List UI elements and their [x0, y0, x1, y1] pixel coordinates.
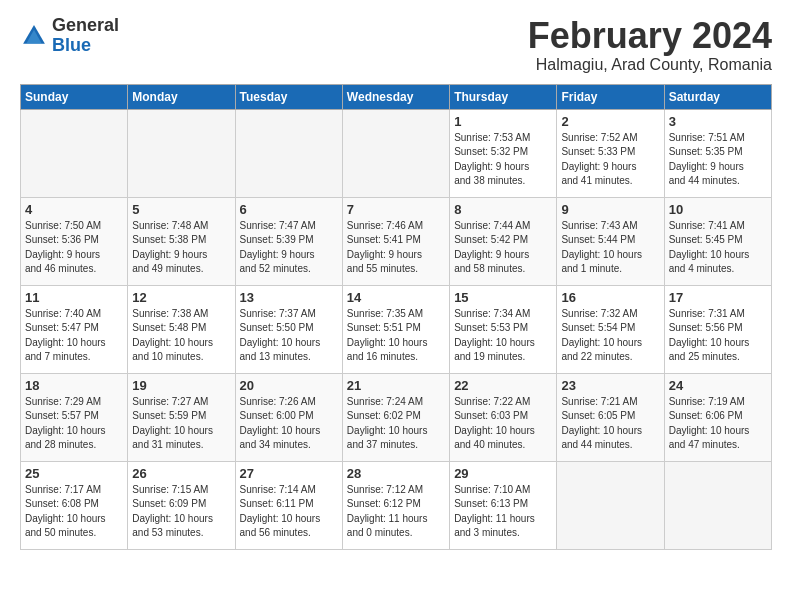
- day-number: 5: [132, 202, 230, 217]
- day-info: Sunrise: 7:43 AM Sunset: 5:44 PM Dayligh…: [561, 219, 659, 277]
- col-header-monday: Monday: [128, 84, 235, 109]
- calendar-cell: 21Sunrise: 7:24 AM Sunset: 6:02 PM Dayli…: [342, 373, 449, 461]
- calendar-cell: 3Sunrise: 7:51 AM Sunset: 5:35 PM Daylig…: [664, 109, 771, 197]
- day-info: Sunrise: 7:46 AM Sunset: 5:41 PM Dayligh…: [347, 219, 445, 277]
- calendar-table: SundayMondayTuesdayWednesdayThursdayFrid…: [20, 84, 772, 550]
- col-header-sunday: Sunday: [21, 84, 128, 109]
- day-number: 7: [347, 202, 445, 217]
- calendar-cell: 12Sunrise: 7:38 AM Sunset: 5:48 PM Dayli…: [128, 285, 235, 373]
- day-number: 15: [454, 290, 552, 305]
- day-number: 8: [454, 202, 552, 217]
- day-info: Sunrise: 7:53 AM Sunset: 5:32 PM Dayligh…: [454, 131, 552, 189]
- calendar-cell: [557, 461, 664, 549]
- day-info: Sunrise: 7:19 AM Sunset: 6:06 PM Dayligh…: [669, 395, 767, 453]
- day-number: 27: [240, 466, 338, 481]
- calendar-cell: [342, 109, 449, 197]
- day-number: 12: [132, 290, 230, 305]
- day-number: 23: [561, 378, 659, 393]
- calendar-cell: 25Sunrise: 7:17 AM Sunset: 6:08 PM Dayli…: [21, 461, 128, 549]
- col-header-thursday: Thursday: [450, 84, 557, 109]
- calendar-cell: [21, 109, 128, 197]
- day-number: 20: [240, 378, 338, 393]
- location-subtitle: Halmagiu, Arad County, Romania: [528, 56, 772, 74]
- day-number: 17: [669, 290, 767, 305]
- day-info: Sunrise: 7:24 AM Sunset: 6:02 PM Dayligh…: [347, 395, 445, 453]
- calendar-week-row: 18Sunrise: 7:29 AM Sunset: 5:57 PM Dayli…: [21, 373, 772, 461]
- day-info: Sunrise: 7:52 AM Sunset: 5:33 PM Dayligh…: [561, 131, 659, 189]
- calendar-cell: [128, 109, 235, 197]
- day-info: Sunrise: 7:44 AM Sunset: 5:42 PM Dayligh…: [454, 219, 552, 277]
- calendar-cell: 6Sunrise: 7:47 AM Sunset: 5:39 PM Daylig…: [235, 197, 342, 285]
- day-number: 29: [454, 466, 552, 481]
- logo-icon: [20, 22, 48, 50]
- calendar-cell: 17Sunrise: 7:31 AM Sunset: 5:56 PM Dayli…: [664, 285, 771, 373]
- day-info: Sunrise: 7:17 AM Sunset: 6:08 PM Dayligh…: [25, 483, 123, 541]
- day-number: 1: [454, 114, 552, 129]
- day-number: 11: [25, 290, 123, 305]
- day-number: 24: [669, 378, 767, 393]
- day-number: 14: [347, 290, 445, 305]
- calendar-cell: 18Sunrise: 7:29 AM Sunset: 5:57 PM Dayli…: [21, 373, 128, 461]
- calendar-cell: 26Sunrise: 7:15 AM Sunset: 6:09 PM Dayli…: [128, 461, 235, 549]
- calendar-cell: 9Sunrise: 7:43 AM Sunset: 5:44 PM Daylig…: [557, 197, 664, 285]
- day-info: Sunrise: 7:21 AM Sunset: 6:05 PM Dayligh…: [561, 395, 659, 453]
- day-number: 10: [669, 202, 767, 217]
- day-number: 26: [132, 466, 230, 481]
- day-info: Sunrise: 7:32 AM Sunset: 5:54 PM Dayligh…: [561, 307, 659, 365]
- day-number: 6: [240, 202, 338, 217]
- day-info: Sunrise: 7:26 AM Sunset: 6:00 PM Dayligh…: [240, 395, 338, 453]
- col-header-tuesday: Tuesday: [235, 84, 342, 109]
- day-info: Sunrise: 7:15 AM Sunset: 6:09 PM Dayligh…: [132, 483, 230, 541]
- day-info: Sunrise: 7:47 AM Sunset: 5:39 PM Dayligh…: [240, 219, 338, 277]
- calendar-week-row: 1Sunrise: 7:53 AM Sunset: 5:32 PM Daylig…: [21, 109, 772, 197]
- calendar-cell: 5Sunrise: 7:48 AM Sunset: 5:38 PM Daylig…: [128, 197, 235, 285]
- day-number: 2: [561, 114, 659, 129]
- day-info: Sunrise: 7:41 AM Sunset: 5:45 PM Dayligh…: [669, 219, 767, 277]
- header: General Blue February 2024 Halmagiu, Ara…: [20, 16, 772, 74]
- day-info: Sunrise: 7:22 AM Sunset: 6:03 PM Dayligh…: [454, 395, 552, 453]
- day-info: Sunrise: 7:38 AM Sunset: 5:48 PM Dayligh…: [132, 307, 230, 365]
- title-area: February 2024 Halmagiu, Arad County, Rom…: [528, 16, 772, 74]
- calendar-week-row: 25Sunrise: 7:17 AM Sunset: 6:08 PM Dayli…: [21, 461, 772, 549]
- day-info: Sunrise: 7:35 AM Sunset: 5:51 PM Dayligh…: [347, 307, 445, 365]
- logo: General Blue: [20, 16, 119, 56]
- day-number: 19: [132, 378, 230, 393]
- calendar-cell: 1Sunrise: 7:53 AM Sunset: 5:32 PM Daylig…: [450, 109, 557, 197]
- calendar-cell: 2Sunrise: 7:52 AM Sunset: 5:33 PM Daylig…: [557, 109, 664, 197]
- calendar-cell: 11Sunrise: 7:40 AM Sunset: 5:47 PM Dayli…: [21, 285, 128, 373]
- calendar-header: SundayMondayTuesdayWednesdayThursdayFrid…: [21, 84, 772, 109]
- day-number: 25: [25, 466, 123, 481]
- calendar-cell: 15Sunrise: 7:34 AM Sunset: 5:53 PM Dayli…: [450, 285, 557, 373]
- day-info: Sunrise: 7:31 AM Sunset: 5:56 PM Dayligh…: [669, 307, 767, 365]
- calendar-cell: 20Sunrise: 7:26 AM Sunset: 6:00 PM Dayli…: [235, 373, 342, 461]
- calendar-cell: [235, 109, 342, 197]
- calendar-cell: 29Sunrise: 7:10 AM Sunset: 6:13 PM Dayli…: [450, 461, 557, 549]
- calendar-cell: 10Sunrise: 7:41 AM Sunset: 5:45 PM Dayli…: [664, 197, 771, 285]
- calendar-cell: [664, 461, 771, 549]
- day-info: Sunrise: 7:40 AM Sunset: 5:47 PM Dayligh…: [25, 307, 123, 365]
- day-info: Sunrise: 7:10 AM Sunset: 6:13 PM Dayligh…: [454, 483, 552, 541]
- day-info: Sunrise: 7:14 AM Sunset: 6:11 PM Dayligh…: [240, 483, 338, 541]
- logo-blue: Blue: [52, 35, 91, 55]
- day-info: Sunrise: 7:50 AM Sunset: 5:36 PM Dayligh…: [25, 219, 123, 277]
- calendar-cell: 24Sunrise: 7:19 AM Sunset: 6:06 PM Dayli…: [664, 373, 771, 461]
- calendar-cell: 23Sunrise: 7:21 AM Sunset: 6:05 PM Dayli…: [557, 373, 664, 461]
- logo-text: General Blue: [52, 16, 119, 56]
- calendar-cell: 8Sunrise: 7:44 AM Sunset: 5:42 PM Daylig…: [450, 197, 557, 285]
- calendar-cell: 16Sunrise: 7:32 AM Sunset: 5:54 PM Dayli…: [557, 285, 664, 373]
- calendar-week-row: 11Sunrise: 7:40 AM Sunset: 5:47 PM Dayli…: [21, 285, 772, 373]
- day-number: 13: [240, 290, 338, 305]
- day-info: Sunrise: 7:48 AM Sunset: 5:38 PM Dayligh…: [132, 219, 230, 277]
- col-header-wednesday: Wednesday: [342, 84, 449, 109]
- calendar-cell: 28Sunrise: 7:12 AM Sunset: 6:12 PM Dayli…: [342, 461, 449, 549]
- day-info: Sunrise: 7:29 AM Sunset: 5:57 PM Dayligh…: [25, 395, 123, 453]
- day-number: 4: [25, 202, 123, 217]
- day-number: 22: [454, 378, 552, 393]
- calendar-cell: 27Sunrise: 7:14 AM Sunset: 6:11 PM Dayli…: [235, 461, 342, 549]
- calendar-cell: 22Sunrise: 7:22 AM Sunset: 6:03 PM Dayli…: [450, 373, 557, 461]
- day-number: 28: [347, 466, 445, 481]
- calendar-cell: 4Sunrise: 7:50 AM Sunset: 5:36 PM Daylig…: [21, 197, 128, 285]
- calendar-cell: 13Sunrise: 7:37 AM Sunset: 5:50 PM Dayli…: [235, 285, 342, 373]
- calendar-body: 1Sunrise: 7:53 AM Sunset: 5:32 PM Daylig…: [21, 109, 772, 549]
- day-info: Sunrise: 7:12 AM Sunset: 6:12 PM Dayligh…: [347, 483, 445, 541]
